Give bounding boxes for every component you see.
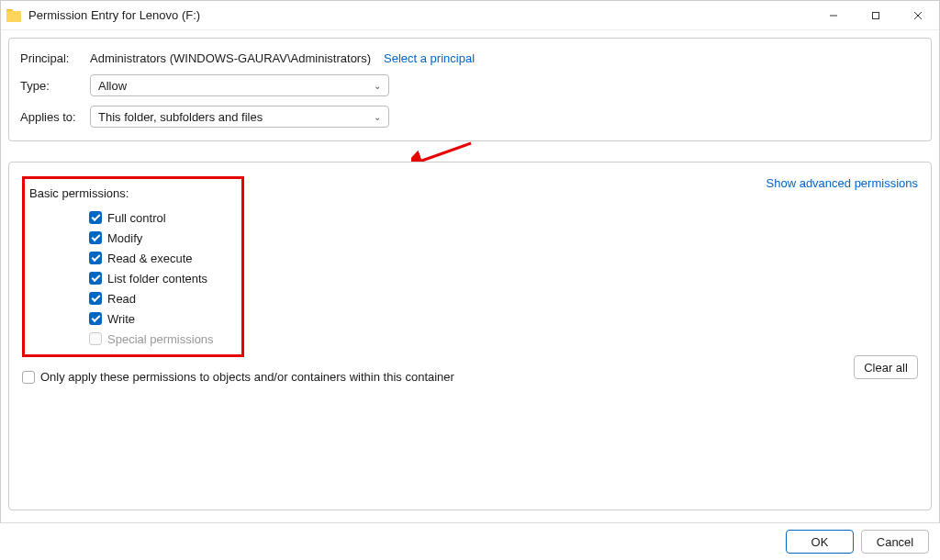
permission-checkbox[interactable] — [89, 231, 102, 244]
permission-item[interactable]: List folder contents — [89, 268, 214, 288]
permission-label: Write — [107, 312, 135, 326]
permission-item[interactable]: Write — [89, 308, 214, 329]
window-controls — [812, 1, 939, 29]
maximize-button[interactable] — [855, 1, 897, 29]
only-apply-row[interactable]: Only apply these permissions to objects … — [22, 370, 918, 384]
applies-to-row: Applies to: This folder, subfolders and … — [20, 106, 920, 128]
type-row: Type: Allow ⌄ — [20, 74, 920, 96]
applies-to-select[interactable]: This folder, subfolders and files ⌄ — [90, 106, 389, 128]
only-apply-label: Only apply these permissions to objects … — [40, 370, 454, 384]
permission-item[interactable]: Read & execute — [89, 248, 214, 268]
applies-to-value: This folder, subfolders and files — [98, 110, 263, 124]
svg-line-4 — [417, 143, 471, 162]
clear-all-button[interactable]: Clear all — [854, 355, 918, 379]
permission-item[interactable]: Read — [89, 288, 214, 308]
cancel-button[interactable]: Cancel — [861, 530, 929, 554]
applies-to-label: Applies to: — [20, 110, 90, 124]
permission-checkbox[interactable] — [89, 292, 102, 305]
permission-label: Full control — [107, 211, 166, 225]
permission-checkbox[interactable] — [89, 252, 102, 264]
permission-checkbox[interactable] — [89, 211, 102, 224]
permission-checkbox[interactable] — [89, 272, 102, 285]
type-label: Type: — [20, 79, 90, 93]
permission-checkbox — [89, 332, 102, 345]
type-select[interactable]: Allow ⌄ — [90, 74, 389, 96]
permission-label: Modify — [107, 231, 142, 245]
permission-item[interactable]: Modify — [89, 228, 214, 248]
titlebar: Permission Entry for Lenovo (F:) — [1, 1, 939, 30]
window-title: Permission Entry for Lenovo (F:) — [28, 8, 200, 22]
svg-rect-1 — [873, 12, 879, 18]
chevron-down-icon: ⌄ — [374, 81, 381, 91]
basic-permissions-heading: Basic permissions: — [29, 186, 214, 200]
folder-icon — [6, 9, 21, 22]
permission-item: Special permissions — [89, 329, 214, 349]
close-button[interactable] — [897, 1, 939, 29]
permission-checkbox[interactable] — [89, 312, 102, 325]
principal-value: Administrators (WINDOWS-GAURAV\Administr… — [90, 51, 371, 65]
permissions-panel: Basic permissions: Full controlModifyRea… — [8, 162, 932, 510]
show-advanced-link[interactable]: Show advanced permissions — [767, 176, 918, 357]
permission-label: Read — [107, 292, 136, 306]
dialog-footer: OK Cancel — [0, 522, 940, 560]
chevron-down-icon: ⌄ — [374, 112, 381, 122]
type-value: Allow — [98, 79, 127, 93]
select-principal-link[interactable]: Select a principal — [384, 51, 475, 65]
basic-permissions-highlight: Basic permissions: Full controlModifyRea… — [22, 176, 244, 357]
permission-label: Read & execute — [107, 252, 193, 265]
permission-label: List folder contents — [107, 272, 207, 286]
principal-row: Principal: Administrators (WINDOWS-GAURA… — [20, 51, 920, 65]
minimize-button[interactable] — [812, 1, 855, 29]
principal-panel: Principal: Administrators (WINDOWS-GAURA… — [8, 38, 932, 141]
only-apply-checkbox[interactable] — [22, 371, 35, 384]
permission-item[interactable]: Full control — [89, 207, 214, 228]
permission-label: Special permissions — [107, 332, 214, 346]
principal-label: Principal: — [20, 51, 90, 65]
ok-button[interactable]: OK — [786, 530, 854, 554]
